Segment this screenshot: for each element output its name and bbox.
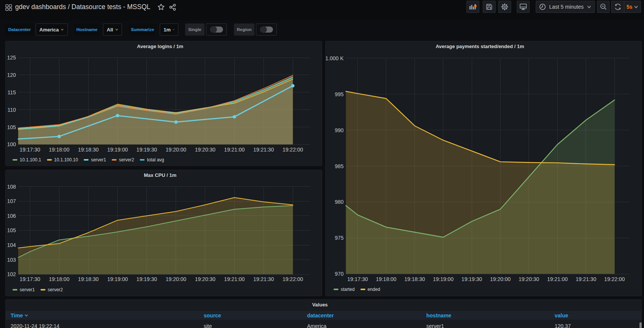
svg-text:19:19:00: 19:19:00	[107, 147, 128, 153]
svg-text:19:21:00: 19:21:00	[547, 276, 568, 282]
svg-text:19:18:00: 19:18:00	[376, 276, 397, 282]
svg-text:108: 108	[7, 184, 16, 190]
svg-text:19:21:30: 19:21:30	[575, 276, 596, 282]
svg-text:19:20:00: 19:20:00	[166, 147, 187, 153]
svg-text:19:19:30: 19:19:30	[136, 147, 157, 153]
svg-text:110: 110	[8, 107, 16, 113]
svg-text:19:19:30: 19:19:30	[136, 276, 157, 282]
svg-text:19:21:00: 19:21:00	[224, 147, 245, 153]
svg-text:19:18:30: 19:18:30	[78, 147, 99, 153]
svg-text:19:21:30: 19:21:30	[253, 147, 274, 153]
svg-text:19:19:30: 19:19:30	[462, 276, 482, 282]
svg-text:104: 104	[7, 242, 16, 248]
svg-text:19:19:00: 19:19:00	[433, 276, 454, 282]
svg-text:19:22:00: 19:22:00	[282, 147, 303, 153]
svg-text:1.000 K: 1.000 K	[325, 55, 344, 61]
svg-text:120: 120	[7, 72, 16, 78]
svg-text:19:21:00: 19:21:00	[224, 276, 245, 282]
svg-text:19:21:30: 19:21:30	[253, 276, 274, 282]
svg-text:102: 102	[7, 271, 16, 277]
svg-text:19:22:00: 19:22:00	[282, 276, 303, 282]
svg-text:19:18:30: 19:18:30	[404, 276, 425, 282]
svg-text:19:17:30: 19:17:30	[20, 147, 41, 153]
svg-text:970: 970	[335, 271, 344, 277]
svg-text:19:20:00: 19:20:00	[490, 276, 511, 282]
svg-text:115: 115	[8, 89, 16, 95]
svg-text:105: 105	[7, 227, 16, 233]
svg-text:980: 980	[335, 199, 344, 205]
svg-text:990: 990	[335, 127, 344, 133]
svg-text:103: 103	[7, 257, 16, 263]
svg-text:19:20:30: 19:20:30	[519, 276, 540, 282]
svg-text:19:18:00: 19:18:00	[49, 276, 70, 282]
svg-text:125: 125	[7, 55, 16, 61]
svg-text:19:20:00: 19:20:00	[166, 276, 187, 282]
svg-text:107: 107	[7, 198, 16, 204]
svg-text:100: 100	[7, 141, 16, 147]
svg-text:19:22:00: 19:22:00	[604, 276, 625, 282]
svg-text:19:19:00: 19:19:00	[107, 276, 128, 282]
svg-text:19:17:30: 19:17:30	[20, 276, 41, 282]
svg-text:19:17:30: 19:17:30	[347, 276, 368, 282]
svg-text:106: 106	[7, 213, 16, 219]
svg-text:19:20:30: 19:20:30	[195, 147, 216, 153]
svg-text:19:20:30: 19:20:30	[195, 276, 216, 282]
svg-text:995: 995	[335, 91, 344, 97]
svg-text:105: 105	[7, 124, 16, 130]
svg-text:19:18:00: 19:18:00	[49, 147, 70, 153]
svg-text:975: 975	[335, 235, 344, 241]
svg-text:19:18:30: 19:18:30	[78, 276, 99, 282]
svg-text:985: 985	[335, 163, 344, 169]
